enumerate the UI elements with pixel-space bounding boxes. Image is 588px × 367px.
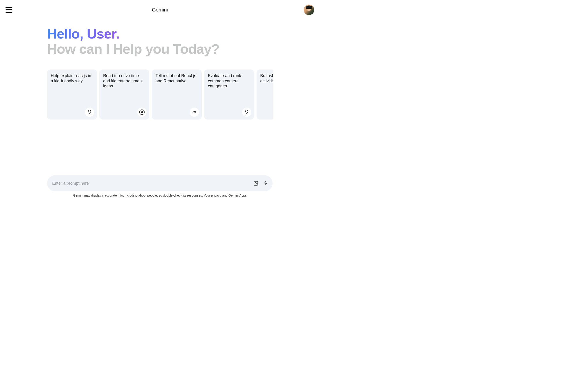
- card-text: Road trip drive time and kid entertainme…: [103, 73, 146, 89]
- compass-icon: [137, 108, 147, 117]
- user-avatar[interactable]: [304, 5, 314, 15]
- card-text: Help explain reactjs in a kid-friendly w…: [51, 73, 93, 83]
- disclaimer-text: Gemini may display inaccurate info, incl…: [47, 194, 273, 200]
- lightbulb-icon: [242, 108, 251, 117]
- svg-rect-5: [265, 181, 266, 184]
- prompt-input[interactable]: [52, 181, 253, 186]
- suggestion-card[interactable]: Road trip drive time and kid entertainme…: [99, 69, 149, 119]
- microphone-icon[interactable]: [263, 181, 268, 186]
- greeting-text: Hello, User.: [47, 26, 273, 42]
- input-icons: [253, 181, 268, 186]
- svg-point-4: [255, 183, 256, 183]
- subheading-text: How can I Help you Today?: [47, 42, 273, 57]
- svg-line-2: [194, 111, 195, 114]
- suggestion-card[interactable]: Brainstorm bonding activities for our wo…: [257, 69, 273, 119]
- suggestion-card[interactable]: Help explain reactjs in a kid-friendly w…: [47, 69, 97, 119]
- suggestion-card[interactable]: Tell me about React js and React native: [152, 69, 202, 119]
- code-icon: [190, 108, 199, 117]
- lightbulb-icon: [85, 108, 94, 117]
- suggestion-card[interactable]: Evaluate and rank common camera categori…: [204, 69, 254, 119]
- hamburger-menu-icon[interactable]: [6, 7, 12, 13]
- image-upload-icon[interactable]: [253, 181, 259, 186]
- prompt-input-container: [47, 175, 273, 191]
- card-text: Tell me about React js and React native: [156, 73, 198, 83]
- header: Gemini: [0, 0, 320, 19]
- app-title: Gemini: [152, 7, 168, 13]
- card-text: Evaluate and rank common camera categori…: [208, 73, 250, 89]
- card-text: Brainstorm bonding activities for our wo…: [260, 73, 273, 83]
- suggestion-cards-container: Help explain reactjs in a kid-friendly w…: [47, 69, 273, 119]
- svg-marker-1: [141, 111, 143, 113]
- main-content: Hello, User. How can I Help you Today? H…: [0, 19, 320, 119]
- input-section: Gemini may display inaccurate info, incl…: [47, 175, 273, 200]
